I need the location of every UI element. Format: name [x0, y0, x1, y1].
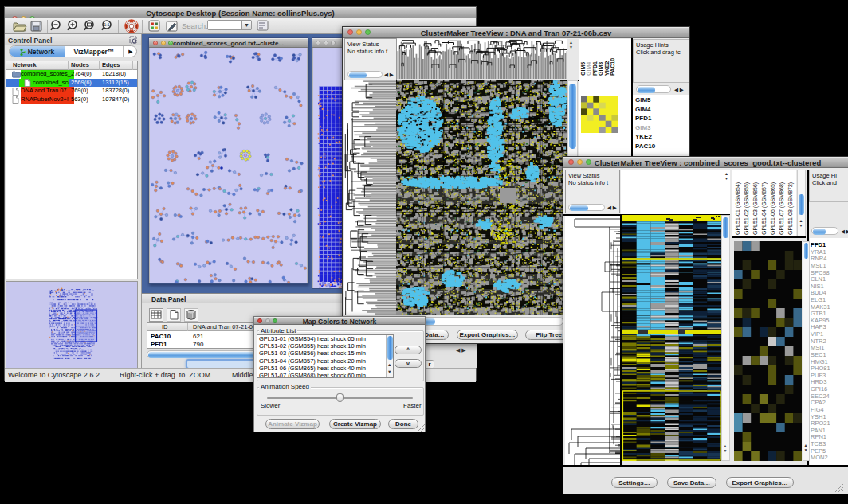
svg-text:1:1: 1:1 [104, 22, 110, 27]
